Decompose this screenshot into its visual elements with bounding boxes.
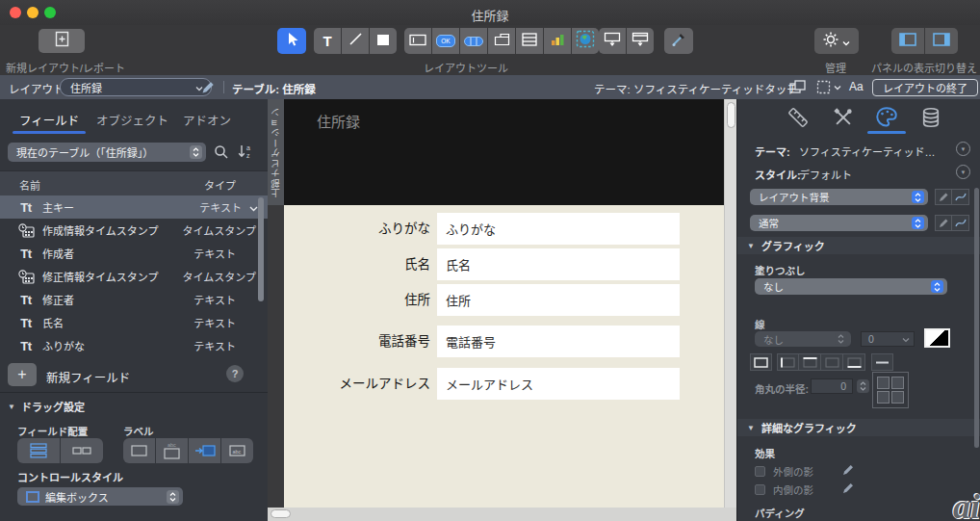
toggle-right-panel-button[interactable] [925,28,958,54]
new-layout-button[interactable] [39,29,85,53]
advanced-graphic-section-header[interactable]: ▼ 詳細なグラフィック [737,419,980,436]
drag-settings-header[interactable]: ▼ ドラッグ設定 [8,399,85,414]
grid-options-button[interactable] [816,80,841,94]
header-part[interactable]: 住所録 [284,99,724,205]
canvas-field-label[interactable]: 氏名 [284,248,430,280]
border-inner-horizontal-button[interactable] [871,353,893,371]
tab-control-tool-button[interactable] [488,28,515,54]
layout-background-select[interactable]: レイアウト背景 [750,189,928,205]
arrange-button[interactable] [789,80,807,98]
canvas-horizontal-scrollbar[interactable] [268,508,736,521]
popover-button-tool-button[interactable] [599,28,626,54]
edit-shadow-pencil-button[interactable] [842,462,855,480]
corner-radius-stepper[interactable] [857,379,869,393]
part-label-strip[interactable]: 上部ナビゲーション [268,99,284,205]
web-viewer-tool-button[interactable] [572,28,599,54]
sort-fields-button[interactable]: az [237,143,254,160]
manage-button[interactable] [814,28,859,54]
theme-menu-button[interactable]: ▼ [956,142,970,156]
format-painter-button[interactable] [664,28,693,54]
line-width-combo[interactable]: 0 [861,331,915,347]
inspector-scrollbar[interactable] [974,188,979,448]
edit-layout-pencil-button[interactable] [201,80,216,98]
canvas-field-box[interactable]: 電話番号 [437,326,680,357]
field-row-furigana[interactable]: Tt ふりがな テキスト [0,334,268,357]
tab-data[interactable] [920,107,941,132]
field-row-name[interactable]: Tt 氏名 テキスト [0,311,268,334]
corner-top-left[interactable] [877,377,890,389]
border-right-button[interactable] [821,353,843,371]
field-row-primary-key[interactable]: Tt 主キー テキスト [0,195,268,219]
canvas-field-label[interactable]: 電話番号 [284,326,430,357]
text-tool-button[interactable]: T [314,28,341,54]
fill-select[interactable]: なし [755,278,947,295]
slide-control-tool-button[interactable] [627,28,654,54]
label-none-button[interactable] [123,438,155,463]
corner-bottom-left[interactable] [877,391,890,404]
field-tool-button[interactable] [404,28,431,54]
copy-style-button[interactable] [952,189,969,205]
scrollbar-thumb[interactable] [271,509,291,518]
tab-position[interactable] [787,107,809,132]
inner-shadow-checkbox[interactable] [755,484,765,495]
rectangle-tool-button[interactable] [370,28,397,54]
corner-selector-widget[interactable] [872,372,909,408]
edit-style-pencil-button[interactable] [935,215,952,231]
canvas-field-box[interactable]: ふりがな [437,213,680,245]
edit-shadow-pencil-button[interactable] [842,481,855,498]
graphic-section-header[interactable]: ▼ グラフィック [737,237,980,254]
text-format-button[interactable]: Aa [849,80,864,93]
field-row-modification-timestamp[interactable]: 修正情報タイムスタンプ タイムスタンプ [0,265,268,288]
style-menu-button[interactable]: ▼ [956,165,970,179]
border-top-button[interactable] [799,353,821,371]
line-tool-button[interactable] [342,28,369,54]
selection-tool-button[interactable] [277,28,306,54]
tab-styles[interactable] [833,107,854,132]
field-row-modifier[interactable]: Tt 修正者 テキスト [0,288,268,311]
state-select[interactable]: 通常 [750,215,928,231]
canvas-field-label[interactable]: 住所 [284,284,430,316]
portal-tool-button[interactable] [516,28,543,54]
corner-top-right[interactable] [891,377,904,389]
border-all-button[interactable] [750,353,772,371]
layout-select[interactable]: 住所録 [60,78,212,96]
tab-appearance[interactable] [875,106,898,133]
button-tool-button[interactable]: OK [432,28,459,54]
outer-shadow-checkbox[interactable] [755,466,765,477]
border-bottom-button[interactable] [843,353,865,371]
help-button[interactable]: ? [226,365,244,382]
tab-addons[interactable]: アドオン [183,111,231,129]
canvas-field-box[interactable]: 氏名 [437,248,680,280]
chart-tool-button[interactable] [544,28,571,54]
canvas-field-box[interactable]: 住所 [437,284,680,316]
table-selector-dropdown[interactable]: 現在のテーブル（「住所録」） [8,143,206,162]
canvas-field-label[interactable]: メールアドレス [284,368,430,400]
canvas-field-box[interactable]: メールアドレス [437,368,680,400]
tab-objects[interactable]: オブジェクト [96,111,168,129]
tab-fields[interactable]: フィールド [19,111,79,129]
border-left-button[interactable] [777,353,799,371]
line-color-swatch[interactable] [924,328,950,348]
label-left-button[interactable] [189,438,220,463]
label-placeholder-button[interactable]: abc [221,438,253,463]
field-row-creator[interactable]: Tt 作成者 テキスト [0,242,268,265]
field-list-scrollbar[interactable] [258,197,264,301]
placement-horizontal-button[interactable] [61,438,103,463]
label-above-button[interactable]: abc [156,438,188,463]
field-row-creation-timestamp[interactable]: 作成情報タイムスタンプ タイムスタンプ [0,219,268,242]
canvas-field-label[interactable]: ふりがな [284,213,430,245]
canvas-header-title[interactable]: 住所録 [317,111,360,131]
copy-style-button[interactable] [952,215,969,231]
edit-style-pencil-button[interactable] [935,189,952,205]
placement-vertical-button[interactable] [17,438,60,463]
body-part[interactable]: ふりがな ふりがな 氏名 氏名 住所 住所 電話番号 電話番号 メールアドレス … [284,205,724,508]
control-style-dropdown[interactable]: 編集ボックス [17,487,183,506]
new-field-button[interactable]: + [8,363,37,386]
corner-radius-input[interactable]: 0 [811,378,853,394]
line-style-select[interactable]: なし [755,331,851,347]
chevron-down-icon[interactable] [249,198,258,216]
search-fields-button[interactable] [214,144,229,164]
button-bar-tool-button[interactable] [460,28,487,54]
canvas-vertical-scrollbar[interactable] [724,99,737,508]
exit-layout-button[interactable]: レイアウトの終了 [872,79,978,96]
